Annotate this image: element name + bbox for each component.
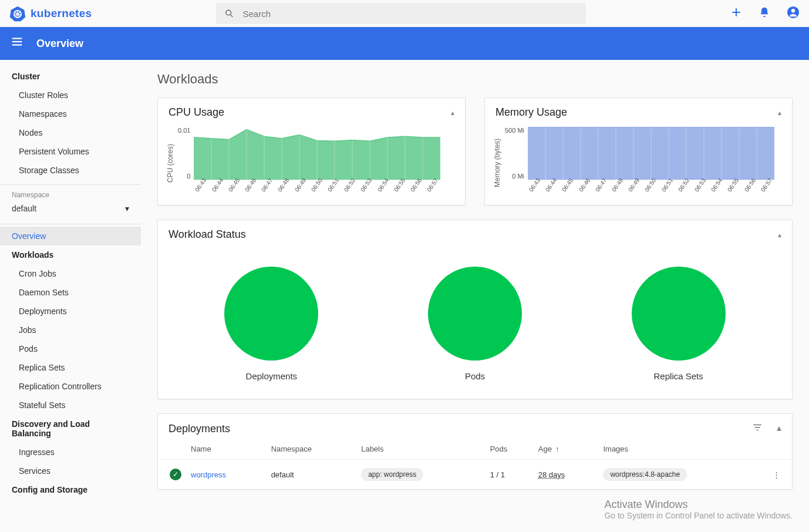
label-chip: app: wordpress xyxy=(361,468,423,481)
collapse-icon[interactable]: ▴ xyxy=(451,109,454,117)
cpu-chart: CPU (cores) 0.01 0 06:4306:4406:4506:460… xyxy=(158,127,465,205)
memory-chart: Memory (bytes) 500 Mi 0 Mi 06:4306:4406:… xyxy=(485,127,792,205)
status-card-title: Workload Status xyxy=(168,228,246,241)
sidebar-item-overview[interactable]: Overview xyxy=(0,227,141,245)
memory-chart-svg xyxy=(528,127,774,180)
account-icon[interactable] xyxy=(787,6,800,22)
memory-usage-card: Memory Usage ▴ Memory (bytes) 500 Mi 0 M… xyxy=(484,97,793,206)
cpu-chart-svg xyxy=(194,127,440,180)
status-ok-icon: ✓ xyxy=(170,469,181,480)
svg-point-14 xyxy=(791,9,795,12)
status-circle-icon xyxy=(224,267,318,361)
collapse-icon[interactable]: ▴ xyxy=(778,109,781,117)
page-title: Overview xyxy=(36,38,83,50)
sidebar-heading-config: Config and Storage xyxy=(0,480,141,499)
deployments-title: Deployments xyxy=(168,423,230,435)
search-input[interactable] xyxy=(242,9,578,19)
memory-ylabel: Memory (bytes) xyxy=(493,127,501,199)
sidebar-item-pods[interactable]: Pods xyxy=(0,339,141,358)
cell-pods: 1 / 1 xyxy=(486,460,534,490)
collapse-icon[interactable]: ▴ xyxy=(778,231,781,239)
namespace-selected: default xyxy=(12,204,36,213)
collapse-icon[interactable]: ▴ xyxy=(777,422,781,435)
search-box[interactable] xyxy=(216,3,586,24)
filter-icon[interactable] xyxy=(752,422,763,435)
svg-point-9 xyxy=(226,10,231,15)
brand-text: kubernetes xyxy=(31,7,92,20)
col-name[interactable]: Name xyxy=(186,439,267,460)
col-age[interactable]: Age↑ xyxy=(534,439,599,460)
deployments-card: Deployments ▴ Name Namespace Labels Pods xyxy=(157,413,793,490)
sidebar-item-cluster-roles[interactable]: Cluster Roles xyxy=(0,86,141,105)
cpu-xticks: 06:4306:4406:4506:4606:4706:4806:4906:50… xyxy=(194,182,440,199)
sidebar-item-replication-controllers[interactable]: Replication Controllers xyxy=(0,377,141,396)
main-content: Workloads CPU Usage ▴ CPU (cores) 0.01 0 xyxy=(141,60,809,532)
memory-yticks: 500 Mi 0 Mi xyxy=(505,127,524,180)
sidebar-heading-cluster: Cluster xyxy=(0,67,141,86)
table-row[interactable]: ✓ wordpress default app: wordpress 1 / 1… xyxy=(158,460,792,490)
deployment-name-link[interactable]: wordpress xyxy=(191,470,226,479)
workload-status-card: Workload Status ▴ Deployments Pods Repli… xyxy=(157,220,793,399)
search-icon xyxy=(224,8,234,19)
deployments-table: Name Namespace Labels Pods Age↑ Images ✓… xyxy=(158,439,792,489)
status-replica-sets: Replica Sets xyxy=(632,267,726,381)
cpu-ylabel: CPU (cores) xyxy=(166,127,174,199)
chevron-down-icon: ▾ xyxy=(125,204,129,213)
cpu-card-title: CPU Usage xyxy=(168,106,224,119)
top-bar: kubernetes xyxy=(0,0,809,27)
context-bar: Overview xyxy=(0,27,809,60)
sidebar-item-jobs[interactable]: Jobs xyxy=(0,321,141,339)
sidebar-item-stateful-sets[interactable]: Stateful Sets xyxy=(0,396,141,415)
col-pods[interactable]: Pods xyxy=(486,439,534,460)
sidebar-item-ingresses[interactable]: Ingresses xyxy=(0,443,141,462)
cell-namespace: default xyxy=(267,460,357,490)
divider xyxy=(0,224,141,224)
sidebar-heading-discovery: Discovery and Load Balancing xyxy=(0,415,141,443)
sort-asc-icon: ↑ xyxy=(555,445,559,453)
sidebar-item-services[interactable]: Services xyxy=(0,462,141,480)
kubernetes-icon xyxy=(9,5,26,22)
status-deployments: Deployments xyxy=(224,267,318,381)
col-images[interactable]: Images xyxy=(598,439,766,460)
divider xyxy=(0,184,141,185)
sidebar-item-nodes[interactable]: Nodes xyxy=(0,123,141,142)
top-actions xyxy=(730,6,800,22)
table-header-row: Name Namespace Labels Pods Age↑ Images xyxy=(158,439,792,460)
image-chip: wordpress:4.8-apache xyxy=(603,468,687,481)
col-namespace[interactable]: Namespace xyxy=(267,439,357,460)
sidebar-item-persistent-volumes[interactable]: Persistent Volumes xyxy=(0,142,141,161)
sidebar-item-storage-classes[interactable]: Storage Classes xyxy=(0,161,141,180)
notifications-icon[interactable] xyxy=(759,6,770,21)
memory-card-title: Memory Usage xyxy=(495,106,567,119)
namespace-select[interactable]: default ▾ xyxy=(0,200,141,219)
sidebar-item-replica-sets[interactable]: Replica Sets xyxy=(0,358,141,377)
status-pods: Pods xyxy=(428,267,522,381)
sidebar-heading-workloads: Workloads xyxy=(0,245,141,264)
sidebar: Cluster Cluster Roles Namespaces Nodes P… xyxy=(0,60,141,532)
menu-icon[interactable] xyxy=(11,35,23,52)
section-title: Workloads xyxy=(157,72,793,87)
col-labels[interactable]: Labels xyxy=(356,439,486,460)
status-circle-icon xyxy=(428,267,522,361)
svg-line-10 xyxy=(231,15,233,17)
cell-age: 28 days xyxy=(534,460,599,490)
sidebar-item-deployments[interactable]: Deployments xyxy=(0,302,141,321)
sidebar-item-daemon-sets[interactable]: Daemon Sets xyxy=(0,283,141,302)
more-icon[interactable]: ⋮ xyxy=(773,470,780,479)
status-circle-icon xyxy=(632,267,726,361)
add-icon[interactable] xyxy=(730,6,742,21)
brand-logo[interactable]: kubernetes xyxy=(9,5,92,22)
memory-xticks: 06:4306:4406:4506:4606:4706:4806:4906:50… xyxy=(528,182,774,199)
sidebar-item-namespaces[interactable]: Namespaces xyxy=(0,105,141,123)
cpu-usage-card: CPU Usage ▴ CPU (cores) 0.01 0 06:4306:4… xyxy=(157,97,466,206)
cpu-yticks: 0.01 0 xyxy=(178,127,190,180)
namespace-label: Namespace xyxy=(0,187,141,200)
sidebar-item-cron-jobs[interactable]: Cron Jobs xyxy=(0,264,141,283)
